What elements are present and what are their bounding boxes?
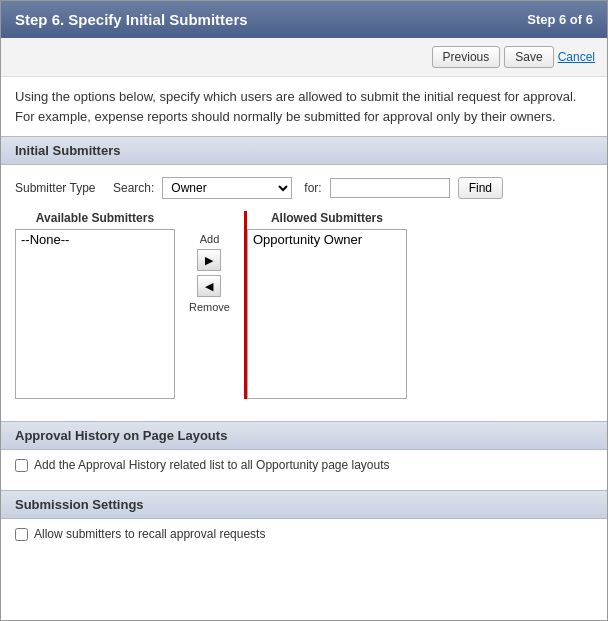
remove-label: Remove [189, 301, 230, 313]
previous-button[interactable]: Previous [432, 46, 501, 68]
list-item[interactable]: --None-- [16, 230, 174, 249]
submitter-type-label: Submitter Type [15, 181, 105, 195]
available-list[interactable]: --None-- [15, 229, 175, 399]
approval-history-label: Add the Approval History related list to… [34, 458, 390, 472]
allowed-column: Allowed Submitters Opportunity Owner [244, 211, 407, 399]
list-item[interactable]: Opportunity Owner [248, 230, 406, 249]
description-line1: Using the options below, specify which u… [15, 89, 576, 104]
for-label: for: [304, 181, 321, 195]
cancel-button[interactable]: Cancel [558, 46, 595, 68]
approval-history-row: Add the Approval History related list to… [1, 450, 607, 480]
submission-settings-label: Allow submitters to recall approval requ… [34, 527, 265, 541]
submission-settings-row: Allow submitters to recall approval requ… [1, 519, 607, 549]
page-container: Step 6. Specify Initial Submitters Step … [0, 0, 608, 621]
for-input[interactable] [330, 178, 450, 198]
remove-button[interactable]: ◀ [197, 275, 221, 297]
submitter-type-row: Submitter Type Search: Owner for: Find [15, 177, 593, 199]
search-select[interactable]: Owner [162, 177, 292, 199]
page-header: Step 6. Specify Initial Submitters Step … [1, 1, 607, 38]
initial-submitters-content: Submitter Type Search: Owner for: Find A… [1, 165, 607, 411]
submitters-columns: Available Submitters --None-- Add ▶ ◀ Re… [15, 211, 593, 399]
controls-column: Add ▶ ◀ Remove [175, 233, 244, 313]
approval-history-header: Approval History on Page Layouts [1, 421, 607, 450]
step-indicator: Step 6 of 6 [527, 12, 593, 27]
description-line2: For example, expense reports should norm… [15, 109, 556, 124]
search-label: Search: [113, 181, 154, 195]
toolbar: Previous Save Cancel [1, 38, 607, 77]
available-column: Available Submitters --None-- [15, 211, 175, 399]
add-button[interactable]: ▶ [197, 249, 221, 271]
approval-history-checkbox[interactable] [15, 459, 28, 472]
initial-submitters-header: Initial Submitters [1, 136, 607, 165]
save-button[interactable]: Save [504, 46, 553, 68]
description: Using the options below, specify which u… [1, 77, 607, 136]
find-button[interactable]: Find [458, 177, 503, 199]
submission-settings-header: Submission Settings [1, 490, 607, 519]
submission-settings-checkbox[interactable] [15, 528, 28, 541]
allowed-list[interactable]: Opportunity Owner [247, 229, 407, 399]
allowed-label: Allowed Submitters [271, 211, 383, 225]
available-label: Available Submitters [36, 211, 154, 225]
page-title: Step 6. Specify Initial Submitters [15, 11, 248, 28]
add-label: Add [200, 233, 220, 245]
